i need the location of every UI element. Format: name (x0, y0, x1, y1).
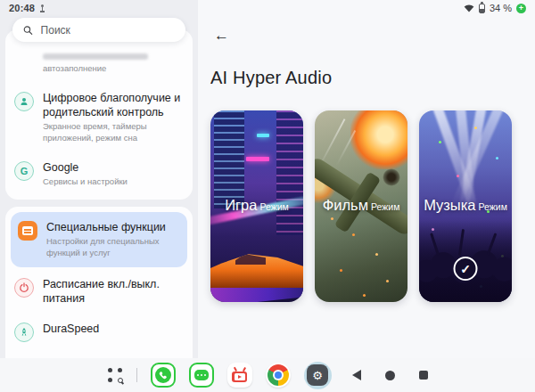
sidebar-item-subtitle: Настройки для специальных функций и услу… (46, 236, 180, 259)
app-drawer-icon[interactable] (108, 368, 123, 383)
wellbeing-person-icon (14, 92, 34, 111)
battery-percent: 34 % (490, 3, 512, 13)
status-bar: 20:48 34 % + (0, 0, 535, 16)
settings-sidebar: автозаполнение Цифровое благополучие и р… (0, 0, 198, 358)
sidebar-item-system[interactable]: Система Языки, время, жесты, резервное к… (5, 350, 193, 358)
sidebar-item-subtitle: Экранное время, таймеры приложений, режи… (43, 121, 184, 144)
dock-divider (136, 368, 137, 382)
back-button[interactable]: ← (210, 25, 233, 46)
clock: 20:48 (9, 3, 35, 13)
sidebar-item-digital-wellbeing[interactable]: Цифровое благополучие и родительский кон… (5, 83, 193, 152)
settings-app-icon-active[interactable]: ⚙ (304, 362, 332, 389)
nav-home-button[interactable] (385, 371, 395, 380)
obscured-text-line (43, 53, 148, 60)
sidebar-item-google[interactable]: G Google Сервисы и настройки (5, 152, 193, 196)
chrome-app-icon[interactable] (266, 363, 291, 388)
power-schedule-icon (14, 278, 34, 298)
sidebar-item-subtitle: Сервисы и настройки (43, 176, 184, 188)
google-icon: G (14, 161, 34, 181)
phone-app-icon[interactable] (151, 363, 176, 388)
gear-icon: ⚙ (307, 364, 328, 386)
game-mode-label: ИграРежим (210, 197, 303, 214)
sidebar-card-bottom: Специальные функции Настройки для специа… (5, 207, 193, 358)
special-functions-icon (18, 221, 37, 241)
search-input[interactable] (41, 24, 175, 37)
music-mode-card[interactable]: МузыкаРежим ✓ (419, 110, 512, 302)
sidebar-item-title: Расписание вкл./выкл. питания (43, 277, 184, 306)
battery-icon (479, 4, 485, 13)
wifi-icon (464, 4, 474, 12)
selected-check-icon: ✓ (454, 257, 478, 281)
dock: ⚙ (0, 358, 535, 392)
game-mode-card[interactable]: ИграРежим (210, 110, 303, 302)
tv-app-icon[interactable] (227, 363, 252, 388)
sidebar-item-title: Google (43, 160, 184, 175)
rocket-icon (14, 323, 34, 342)
sidebar-item-title: DuraSpeed (43, 322, 184, 336)
music-mode-label: МузыкаРежим (419, 197, 512, 214)
messages-app-icon[interactable] (189, 363, 214, 388)
page-title: AI Hyper Audio (210, 68, 535, 88)
sidebar-item-title: Цифровое благополучие и родительский кон… (43, 91, 184, 120)
search-icon (23, 25, 33, 36)
audio-mode-cards: ИграРежим ФильмРежим МузыкаРежим (210, 110, 535, 302)
status-indicator-icon (39, 4, 45, 12)
main-panel: ← AI Hyper Audio ИграРежим Филь (198, 16, 535, 358)
sidebar-item-duraspeed[interactable]: DuraSpeed (5, 314, 193, 350)
sidebar-item-special-functions[interactable]: Специальные функции Настройки для специа… (11, 212, 187, 267)
nav-back-button[interactable] (352, 370, 361, 380)
sidebar-item-clipped[interactable]: автозаполнение (5, 45, 193, 83)
power-saver-icon: + (516, 4, 526, 13)
phone-handset-icon (158, 371, 168, 380)
movie-mode-label: ФильмРежим (315, 197, 407, 214)
movie-mode-card[interactable]: ФильмРежим (315, 110, 407, 302)
sidebar-item-title: Специальные функции (46, 220, 180, 234)
sidebar-card-top: автозаполнение Цифровое благополучие и р… (5, 29, 193, 200)
search-bar[interactable] (12, 18, 185, 42)
sidebar-item-subtitle: автозаполнение (43, 63, 184, 75)
chat-bubble-icon (194, 370, 209, 380)
sidebar-item-power-schedule[interactable]: Расписание вкл./выкл. питания (5, 269, 193, 314)
nav-recents-button[interactable] (419, 371, 428, 380)
